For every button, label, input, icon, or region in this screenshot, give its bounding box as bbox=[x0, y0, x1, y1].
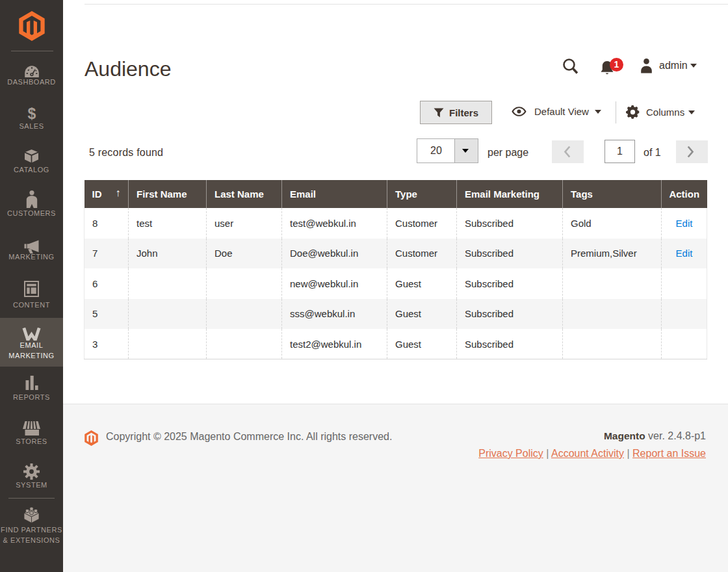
svg-text:$: $ bbox=[27, 107, 36, 120]
